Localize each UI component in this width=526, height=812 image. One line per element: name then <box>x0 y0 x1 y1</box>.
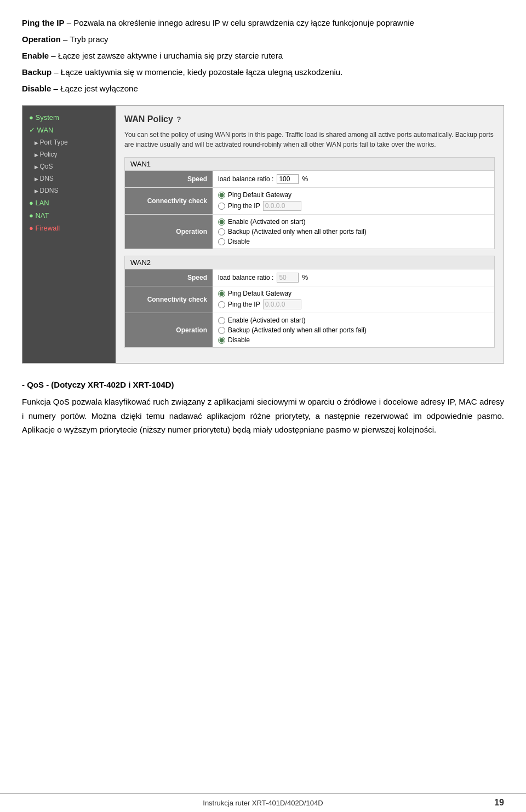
panel-description: You can set the policy of using WAN port… <box>124 130 495 149</box>
intro-line2: Operation – Tryb pracy <box>22 33 504 46</box>
qos-paragraph: Funkcja QoS pozwala klasyfikować ruch zw… <box>22 395 504 437</box>
intro-line5: Disable – Łącze jest wyłączone <box>22 82 504 95</box>
sidebar-item-porttype[interactable]: Port Type <box>22 136 116 148</box>
wan1-ping-ip-label: Ping the IP <box>228 202 260 210</box>
wan1-enable-radio[interactable] <box>218 218 225 226</box>
main-panel: ● System ✓ WAN Port Type Policy QoS DNS … <box>22 105 504 364</box>
wan2-enable-row: Enable (Activated on start) <box>218 316 489 324</box>
wan2-operation-content: Enable (Activated on start) Backup (Acti… <box>213 313 494 347</box>
sidebar-item-ddns[interactable]: DDNS <box>22 185 116 197</box>
wan1-ip-input[interactable] <box>263 201 301 211</box>
operation-text: – Tryb pracy <box>61 34 108 44</box>
wan1-header: WAN1 <box>125 158 494 171</box>
wan1-backup-label: Backup (Activated only when all other po… <box>228 228 367 235</box>
wan1-ping-default-radio-row: Ping Default Gateway <box>218 191 489 199</box>
wan1-section: WAN1 Speed load balance ratio : % Connec… <box>124 157 495 249</box>
wan2-ping-ip-radio[interactable] <box>218 301 225 308</box>
wan1-operation-row: Operation Enable (Activated on start) Ba… <box>125 215 494 249</box>
sidebar-item-nat[interactable]: ● NAT <box>22 209 116 222</box>
wan1-disable-radio[interactable] <box>218 238 225 245</box>
wan1-speed-prefix: load balance ratio : <box>218 175 273 183</box>
wan2-speed-suffix: % <box>302 274 308 281</box>
panel-title: WAN Policy ? <box>124 114 495 124</box>
wan2-connectivity-label: Connectivity check <box>125 286 213 313</box>
wan1-speed-row: Speed load balance ratio : % <box>125 171 494 188</box>
sidebar-item-wan[interactable]: ✓ WAN <box>22 124 116 136</box>
wan2-ping-default-label: Ping Default Gateway <box>228 290 291 297</box>
wan2-operation-label: Operation <box>125 313 213 347</box>
ping-ip-text: – Pozwala na określenie innego adresu IP… <box>65 18 414 27</box>
wan1-operation-content: Enable (Activated on start) Backup (Acti… <box>213 215 494 249</box>
wan1-connectivity-label: Connectivity check <box>125 188 213 214</box>
wan2-backup-label: Backup (Activated only when all other po… <box>228 326 367 334</box>
wan1-backup-row: Backup (Activated only when all other po… <box>218 228 489 235</box>
wan1-disable-label: Disable <box>228 238 250 245</box>
wan2-speed-content: load balance ratio : % <box>213 269 494 286</box>
backup-label: Backup <box>22 67 52 77</box>
wan2-ip-input[interactable] <box>263 300 301 309</box>
wan1-enable-row: Enable (Activated on start) <box>218 218 489 226</box>
wan1-speed-label: Speed <box>125 171 213 187</box>
wan1-connectivity-row: Connectivity check Ping Default Gateway … <box>125 188 494 215</box>
disable-label: Disable <box>22 84 51 93</box>
wan2-disable-row: Disable <box>218 336 489 344</box>
wan1-backup-radio[interactable] <box>218 228 225 235</box>
wan2-ping-ip-label: Ping the IP <box>228 301 260 308</box>
wan1-enable-label: Enable (Activated on start) <box>228 218 305 226</box>
wan1-ping-ip-radio[interactable] <box>218 203 225 210</box>
sidebar-item-qos[interactable]: QoS <box>22 160 116 172</box>
wan1-connectivity-content: Ping Default Gateway Ping the IP <box>213 188 494 214</box>
wan1-operation-label: Operation <box>125 215 213 249</box>
intro-line3: Enable – Łącze jest zawsze aktywne i uru… <box>22 49 504 62</box>
footer-title: Instrukcja ruter XRT-401D/402D/104D <box>38 799 488 807</box>
sidebar-item-firewall[interactable]: ● Firewall <box>22 222 116 234</box>
sidebar-item-policy[interactable]: Policy <box>22 148 116 160</box>
footer-page: 19 <box>488 798 504 808</box>
wan2-connectivity-row: Connectivity check Ping Default Gateway … <box>125 286 494 313</box>
wan2-speed-input[interactable] <box>277 273 299 283</box>
wan2-backup-radio[interactable] <box>218 327 225 334</box>
intro-line4: Backup – Łącze uaktywnia się w momencie,… <box>22 66 504 79</box>
wan1-speed-content: load balance ratio : % <box>213 171 494 187</box>
wan2-ping-ip-radio-row: Ping the IP <box>218 300 489 309</box>
intro-section: Ping the IP – Pozwala na określenie inne… <box>22 16 504 95</box>
qos-heading: - QoS - (Dotyczy XRT-402D i XRT-104D) <box>22 380 504 389</box>
wan1-disable-row: Disable <box>218 238 489 245</box>
wan1-speed-suffix: % <box>302 175 308 183</box>
wan2-enable-label: Enable (Activated on start) <box>228 316 305 324</box>
ping-ip-label: Ping the IP <box>22 18 65 27</box>
wan1-speed-input[interactable] <box>277 174 299 184</box>
wan2-connectivity-content: Ping Default Gateway Ping the IP <box>213 286 494 313</box>
disable-text: – Łącze jest wyłączone <box>51 84 138 93</box>
enable-text: – Łącze jest zawsze aktywne i uruchamia … <box>49 51 283 60</box>
wan2-enable-radio[interactable] <box>218 317 225 324</box>
wan2-disable-radio[interactable] <box>218 337 225 344</box>
footer: Instrukcja ruter XRT-401D/402D/104D 19 <box>0 793 526 812</box>
wan2-speed-row: Speed load balance ratio : % <box>125 269 494 286</box>
enable-label: Enable <box>22 51 49 60</box>
sidebar-item-lan[interactable]: ● LAN <box>22 197 116 209</box>
help-icon[interactable]: ? <box>176 115 181 124</box>
operation-label: Operation <box>22 34 61 44</box>
wan1-ping-default-radio[interactable] <box>218 192 225 199</box>
wan2-speed-label: Speed <box>125 269 213 286</box>
sidebar-item-dns[interactable]: DNS <box>22 172 116 185</box>
wan2-operation-row: Operation Enable (Activated on start) Ba… <box>125 313 494 347</box>
sidebar-item-system[interactable]: ● System <box>22 111 116 124</box>
content-area: WAN Policy ? You can set the policy of u… <box>116 106 504 363</box>
intro-line1: Ping the IP – Pozwala na określenie inne… <box>22 16 504 30</box>
wan1-ping-default-label: Ping Default Gateway <box>228 191 291 199</box>
wan2-ping-default-radio[interactable] <box>218 290 225 297</box>
backup-text: – Łącze uaktywnia się w momencie, kiedy … <box>52 67 342 77</box>
qos-section: - QoS - (Dotyczy XRT-402D i XRT-104D) Fu… <box>22 380 504 437</box>
wan2-section: WAN2 Speed load balance ratio : % Connec… <box>124 256 495 348</box>
wan2-header: WAN2 <box>125 256 494 269</box>
wan2-speed-prefix: load balance ratio : <box>218 274 273 281</box>
wan2-ping-default-radio-row: Ping Default Gateway <box>218 290 489 297</box>
wan2-backup-row: Backup (Activated only when all other po… <box>218 326 489 334</box>
sidebar: ● System ✓ WAN Port Type Policy QoS DNS … <box>22 106 116 363</box>
wan1-ping-ip-radio-row: Ping the IP <box>218 201 489 211</box>
wan2-disable-label: Disable <box>228 336 250 344</box>
